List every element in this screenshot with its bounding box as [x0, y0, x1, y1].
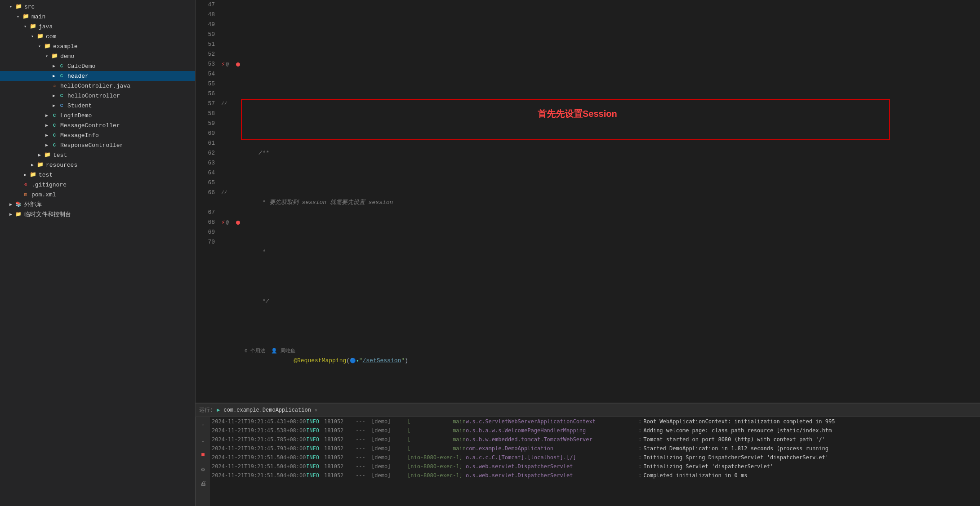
code-line-50: *: [245, 247, 980, 257]
code-line-51: */: [245, 297, 980, 306]
code-line-52: @RequestMapping(🔵▾"/setSession"): [245, 356, 980, 366]
at-symbol: @: [226, 217, 229, 227]
file-tree: ▾ 📁 src ▾ 📁 main ▾ 📁 java ▾: [0, 0, 196, 506]
sidebar-item-external-libs[interactable]: ▶ 📚 外部库: [0, 200, 195, 209]
sidebar-item-label: helloController: [67, 93, 120, 99]
arrow-icon: ▶: [50, 63, 58, 69]
folder-icon: 📁: [14, 3, 22, 11]
sidebar-item-messageinfo[interactable]: ▶ C MessageInfo: [0, 130, 195, 140]
settings-button[interactable]: ⚙: [198, 464, 209, 475]
sidebar-item-label: Student: [67, 102, 92, 109]
arrow-icon: ▶: [43, 123, 50, 128]
sidebar-item-label: .gitignore: [31, 182, 67, 188]
arrow-icon: ▶: [50, 73, 58, 79]
console-log-line: 2024-11-21T19:21:45.431+08:00 INFO 18105…: [212, 418, 978, 427]
sidebar-item-logindemo[interactable]: ▶ C LoginDemo: [0, 111, 195, 120]
folder-icon: 📁: [36, 32, 44, 40]
sidebar-item-com[interactable]: ▾ 📁 com: [0, 31, 195, 41]
run-icon: ▶: [217, 407, 220, 413]
sidebar-item-pomxml[interactable]: m pom.xml: [0, 190, 195, 200]
arrow-icon: ▶: [43, 142, 50, 148]
sidebar-item-label: 临时文件和控制台: [24, 210, 71, 218]
arrow-icon: ▶: [7, 212, 14, 217]
close-tab-icon[interactable]: ✕: [315, 408, 317, 413]
java-icon: ☕: [50, 82, 58, 90]
sidebar-item-student[interactable]: ▶ C Student: [0, 101, 195, 111]
console-tab-label[interactable]: com.example.DemoApplication: [223, 407, 311, 413]
arrow-icon: ▶: [43, 113, 50, 118]
arrow-icon: ▾: [36, 44, 43, 49]
sidebar-item-label: resources: [46, 162, 77, 169]
arrow-icon: ▶: [7, 202, 14, 207]
arrow-icon: ▾: [29, 34, 36, 39]
sidebar-item-label: helloController.java: [60, 83, 130, 89]
sidebar-item-java[interactable]: ▾ 📁 java: [0, 22, 195, 31]
run-label: 运行:: [199, 406, 213, 414]
console-header: 运行: ▶ com.example.DemoApplication ✕: [196, 404, 980, 417]
at-symbol: @: [226, 59, 229, 69]
sidebar-item-src[interactable]: ▾ 📁 src: [0, 2, 195, 12]
sidebar-item-resources[interactable]: ▶ 📁 resources: [0, 160, 195, 170]
sidebar-item-test[interactable]: ▶ 📁 test: [0, 150, 195, 160]
sidebar-item-label: MessageInfo: [60, 132, 99, 139]
arrow-icon: ▾: [22, 24, 29, 29]
sidebar-item-hellocontroller[interactable]: ▶ C helloController: [0, 91, 195, 101]
code-editor[interactable]: 47 48 49 50 51 52 53 54 55 56 57 58 59 6…: [196, 0, 980, 403]
sidebar-item-label: test: [39, 172, 53, 178]
console-log-body: 2024-11-21T19:21:45.431+08:00 INFO 18105…: [210, 417, 980, 506]
stop-button[interactable]: ■: [198, 449, 209, 460]
sidebar-item-header[interactable]: ▶ C header: [0, 71, 195, 81]
console-area: 运行: ▶ com.example.DemoApplication ✕ ↑ ↓ …: [196, 403, 980, 506]
class-icon: C: [58, 102, 66, 110]
arrow-icon: ▶: [36, 152, 43, 158]
code-text-area[interactable]: 首先先设置Session /** * 要先获取到 session 就需要先设置 …: [241, 0, 980, 403]
sidebar-item-label: main: [31, 13, 45, 20]
arrow-icon: ▶: [29, 162, 36, 168]
breakpoint-icon: ⚡: [221, 217, 225, 227]
breakpoint-dot: [236, 62, 240, 67]
sidebar-item-calcdemo[interactable]: ▶ C CalcDemo: [0, 61, 195, 71]
sidebar-item-label: header: [67, 73, 89, 80]
sidebar-item-example[interactable]: ▾ 📁 example: [0, 41, 195, 51]
class-icon: C: [58, 92, 66, 100]
code-line-48: /**: [245, 148, 980, 158]
sidebar-item-demo[interactable]: ▾ 📁 demo: [0, 51, 195, 61]
folder-icon: 📁: [29, 22, 37, 31]
arrow-icon: ▾: [43, 53, 50, 59]
class-icon: C: [50, 111, 58, 120]
sidebar-item-hellocontroller-java[interactable]: ☕ helloController.java: [0, 81, 195, 91]
sidebar-item-label: com: [46, 33, 56, 40]
class-icon: C: [58, 62, 66, 70]
console-log-line: 2024-11-21T19:21:51.504+08:00 INFO 18105…: [212, 472, 978, 481]
class-icon: C: [50, 141, 58, 149]
folder-icon: 📁: [36, 161, 44, 169]
session-annotation: 首先先设置Session: [538, 109, 617, 119]
line-numbers: 47 48 49 50 51 52 53 54 55 56 57 58 59 6…: [196, 0, 220, 403]
sidebar-item-main[interactable]: ▾ 📁 main: [0, 12, 195, 22]
sidebar-item-label: demo: [60, 53, 74, 60]
sidebar-item-label: CalcDemo: [67, 63, 95, 70]
set-session-link[interactable]: /setSession: [363, 357, 401, 364]
arrow-icon: ▶: [50, 103, 58, 108]
arrow-icon: ▾: [14, 14, 22, 19]
arrow-icon: ▶: [22, 172, 29, 178]
scroll-down-button[interactable]: ↓: [198, 435, 209, 446]
arrow-icon: ▶: [43, 133, 50, 138]
arrow-icon: ▶: [50, 93, 58, 98]
folder-icon: 📁: [50, 52, 58, 60]
editor-area: 47 48 49 50 51 52 53 54 55 56 57 58 59 6…: [196, 0, 980, 506]
sidebar-item-label: pom.xml: [31, 191, 56, 198]
class-icon: C: [58, 72, 66, 80]
git-icon: ⚙: [22, 181, 30, 189]
scroll-up-button[interactable]: ↑: [198, 421, 209, 431]
sidebar-item-messagecontroller[interactable]: ▶ C MessageController: [0, 120, 195, 130]
sidebar-item-label: 外部库: [24, 200, 42, 209]
class-icon: C: [50, 131, 58, 139]
sidebar-item-temp[interactable]: ▶ 📁 临时文件和控制台: [0, 209, 195, 219]
sidebar-item-responsecontroller[interactable]: ▶ C ResponseController: [0, 140, 195, 150]
sidebar-item-label: ResponseController: [60, 142, 123, 149]
sidebar-item-test2[interactable]: ▶ 📁 test: [0, 170, 195, 180]
breakpoint-icon: ⚡: [221, 59, 225, 69]
print-button[interactable]: 🖨: [198, 478, 209, 489]
sidebar-item-gitignore[interactable]: ⚙ .gitignore: [0, 180, 195, 190]
